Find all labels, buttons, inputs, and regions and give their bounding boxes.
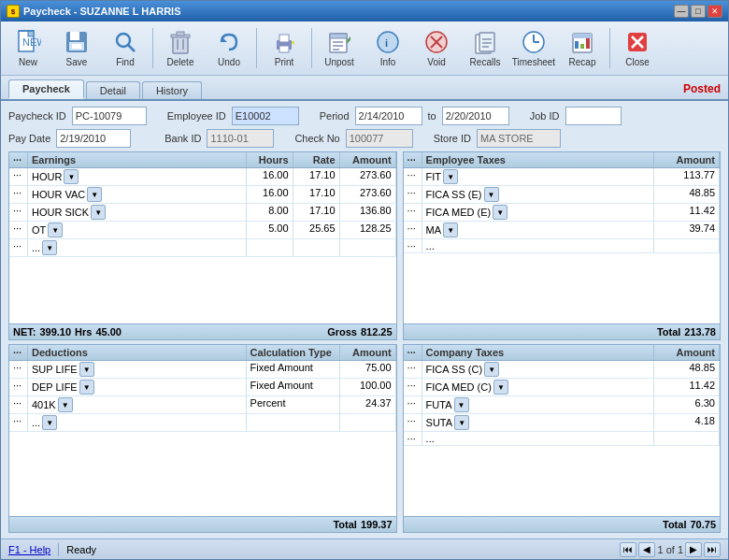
period-to-input[interactable] [442,107,509,125]
void-button[interactable]: Void [413,24,460,71]
svg-rect-21 [330,34,347,38]
recalls-button[interactable]: Recalls [462,24,508,71]
sep1 [152,28,153,68]
co-tax-row-2-dropdown[interactable]: ▼ [454,397,469,412]
posted-badge: Posted [683,82,721,99]
deductions-panel: ··· Deductions Calculation Type Amount ·… [8,344,397,533]
co-tax-total-label: Total [663,519,686,530]
earnings-row-1-dropdown[interactable]: ▼ [87,187,102,202]
emp-tax-row-0-dropdown[interactable]: ▼ [443,169,458,184]
ded-total-label: Total [333,519,356,530]
timesheet-label: Timesheet [512,57,555,67]
employee-id-input[interactable] [232,107,299,125]
nav-prev-button[interactable]: ◀ [638,542,655,557]
info-label: Info [380,57,396,67]
co-tax-row-0-dropdown[interactable]: ▼ [484,362,499,377]
company-taxes-panel: ··· Company Taxes Amount ··· FICA SS (C)… [403,344,721,533]
toolbar: NEW New Save Fin [1,22,728,76]
delete-label: Delete [167,57,194,67]
earnings-row-4-dropdown[interactable]: ▼ [42,240,57,255]
earnings-row-0-dropdown[interactable]: ▼ [64,169,79,184]
help-key[interactable]: F1 - Help [8,544,50,555]
nav-last-button[interactable]: ⏭ [704,542,721,557]
print-button[interactable]: Print [261,24,307,71]
check-no-label: Check No [294,133,339,144]
earnings-row-3-hours: 5.00 [247,222,293,238]
undo-label: Undo [218,57,240,67]
form-row-2: Pay Date Bank ID Check No Store ID [8,129,721,148]
info-button[interactable]: i Info [364,24,411,71]
emp-tax-row-2-dropdown[interactable]: ▼ [493,205,507,220]
page-number: 1 of 1 [657,544,683,555]
nav-controls: ⏮ ◀ 1 of 1 ▶ ⏭ [620,542,721,557]
job-id-input[interactable] [565,107,622,125]
find-button[interactable]: Find [102,24,149,71]
unpost-icon [326,29,352,55]
sep4 [609,28,610,68]
ded-row-1-dropdown[interactable]: ▼ [79,380,94,395]
tab-paycheck[interactable]: Paycheck [8,79,84,99]
status-text: Ready [66,544,96,555]
nav-next-button[interactable]: ▶ [685,542,702,557]
emp-tax-row-1: ··· FICA SS (E) ▼ 48.85 [404,186,720,204]
delete-button[interactable]: Delete [157,24,204,71]
emp-tax-row-4: ··· ... [404,239,720,253]
earnings-row-4-type: ... ▼ [28,239,247,256]
ded-row-3-dropdown[interactable]: ▼ [42,415,57,430]
print-label: Print [275,57,294,67]
window-close-button[interactable]: ✕ [708,5,722,18]
emp-tax-row-3-dropdown[interactable]: ▼ [443,223,458,237]
window-title: Paycheck - SUZANNE L HARRIS [23,6,181,17]
hours-total: 45.00 [95,326,122,337]
save-button[interactable]: Save [53,24,100,71]
timesheet-button[interactable]: Timesheet [510,24,557,71]
delete-icon [167,29,193,55]
deductions-body: ··· SUP LIFE ▼ Fixed Amount 75.00 ··· DE… [9,361,396,516]
deductions-header: ··· Deductions Calculation Type Amount [9,345,396,361]
co-tax-row-4: ··· ... [404,432,720,446]
recalls-label: Recalls [470,57,501,67]
sep3 [311,28,312,68]
ded-row-2-dropdown[interactable]: ▼ [58,397,73,412]
print-icon [271,29,297,55]
svg-rect-40 [573,34,592,38]
svg-rect-42 [580,44,584,49]
recap-button[interactable]: Recap [559,24,606,71]
emp-tax-total-label: Total [657,326,680,337]
emp-tax-row-1-dropdown[interactable]: ▼ [484,187,499,202]
earnings-row-3-dropdown[interactable]: ▼ [48,223,63,237]
check-no-input[interactable] [346,129,413,148]
svg-rect-18 [279,46,289,52]
pay-date-input[interactable] [56,129,131,148]
paycheck-id-input[interactable] [72,107,147,125]
close-button[interactable]: Close [614,24,661,71]
close-label: Close [625,57,650,67]
save-icon [64,29,90,55]
tab-history[interactable]: History [142,81,202,99]
bank-id-input[interactable] [207,129,274,148]
minimize-button[interactable]: — [674,5,689,18]
form-row-1: Paycheck ID Employee ID Period to Job ID [8,107,721,125]
earnings-row-1-dots: ··· [9,186,28,203]
emp-tax-col-dots: ··· [404,152,422,167]
undo-button[interactable]: Undo [206,24,252,71]
maximize-button[interactable]: □ [691,5,706,18]
store-id-input[interactable] [477,129,561,148]
earnings-row-3: ··· OT ▼ 5.00 25.65 128.25 [9,222,396,239]
nav-first-button[interactable]: ⏮ [620,542,636,557]
ded-row-0-dropdown[interactable]: ▼ [79,362,94,377]
earnings-row-2-dropdown[interactable]: ▼ [91,205,106,220]
unpost-button[interactable]: Unpost [316,24,363,71]
tab-detail[interactable]: Detail [86,81,140,99]
earnings-col-rate: Rate [293,152,340,167]
net-label: NET: [13,326,36,337]
new-button[interactable]: NEW New [5,24,51,71]
co-tax-row-3-dropdown[interactable]: ▼ [454,415,469,430]
co-tax-row-1-dropdown[interactable]: ▼ [493,380,508,395]
new-label: New [19,57,37,67]
undo-icon [216,29,242,55]
earnings-row-2-amount: 136.80 [340,204,396,221]
period-from-input[interactable] [355,107,422,125]
period-to-label: to [428,110,436,122]
save-label: Save [66,57,88,67]
